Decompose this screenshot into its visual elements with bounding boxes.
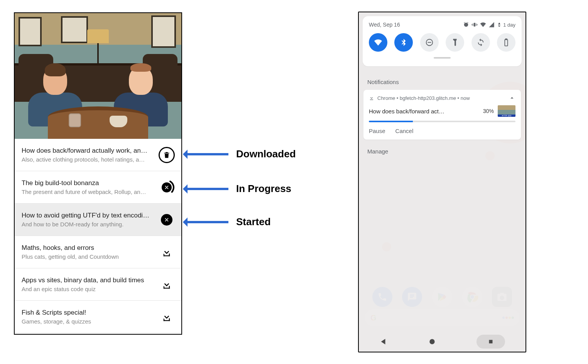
qs-bluetooth-toggle[interactable] — [394, 33, 413, 52]
nav-recents-button[interactable] — [476, 335, 505, 349]
episode-row[interactable]: How does back/forward actually work, an…… — [15, 139, 181, 171]
episode-action — [158, 214, 175, 226]
annotation-downloaded: Downloaded — [184, 148, 296, 160]
notifications-heading: Notifications — [359, 76, 525, 90]
download-button[interactable] — [161, 312, 172, 322]
notification-title: How does back/forward act… — [369, 108, 479, 115]
annotation-in-progress: In Progress — [184, 183, 291, 195]
notification-shade: Notifications Chrome • bgfetch-http203.g… — [359, 71, 525, 332]
wall-frame — [151, 15, 176, 48]
close-icon — [164, 217, 169, 222]
glass — [69, 113, 81, 127]
annotation-label: Started — [236, 216, 271, 228]
mug — [110, 116, 127, 127]
qs-wifi-toggle[interactable] — [369, 33, 387, 52]
delete-download-button[interactable] — [159, 147, 175, 163]
download-button[interactable] — [161, 247, 172, 258]
episode-subtitle: Also, active clothing protocols, hotel r… — [22, 156, 154, 163]
download-icon — [369, 95, 374, 101]
cancel-progress-button[interactable] — [159, 179, 175, 195]
annotation-label: Downloaded — [236, 148, 296, 160]
episode-subtitle: Games, storage, & quizzes — [22, 318, 154, 325]
episode-title: Apps vs sites, binary data, and build ti… — [22, 276, 154, 284]
episode-row[interactable]: Maths, hooks, and errors Plus cats, gett… — [15, 236, 181, 268]
wifi-icon — [480, 22, 486, 28]
episode-action — [158, 147, 175, 163]
signal-icon — [488, 22, 495, 28]
episode-title: Maths, hooks, and errors — [22, 244, 154, 252]
notification-card[interactable]: Chrome • bgfetch-http203.glitch.me • now… — [363, 90, 521, 140]
svg-rect-7 — [505, 39, 507, 40]
episode-subtitle: The present and future of webpack, Rollu… — [22, 189, 154, 195]
arrow-icon — [184, 188, 228, 190]
battery-icon — [497, 22, 502, 28]
cancel-start-button[interactable] — [161, 214, 172, 226]
episode-subtitle: Plus cats, getting old, and Countdown — [22, 253, 154, 260]
battery-status: 1 day — [497, 22, 515, 28]
annotation-label: In Progress — [236, 183, 291, 195]
notification-source: Chrome • bgfetch-http203.glitch.me • now — [377, 95, 470, 101]
quick-settings-panel: Wed, Sep 16 1 day — [363, 16, 522, 66]
close-icon — [162, 182, 172, 192]
arrow-icon — [184, 153, 228, 155]
episode-list: How does back/forward actually work, an…… — [15, 139, 181, 333]
episode-action — [158, 179, 175, 195]
manage-button[interactable]: Manage — [359, 140, 525, 155]
qs-toggles — [369, 33, 515, 52]
vibrate-icon — [471, 22, 478, 28]
episode-title: How to avoid getting UTF'd by text encod… — [22, 212, 154, 219]
episode-row[interactable]: Apps vs sites, binary data, and build ti… — [15, 268, 181, 301]
wall-frame — [61, 16, 88, 43]
episode-row[interactable]: How to avoid getting UTF'd by text encod… — [15, 204, 181, 236]
status-date: Wed, Sep 16 — [369, 22, 400, 28]
episode-subtitle: And how to be DOM-ready for anything. — [22, 221, 154, 228]
wall-frame — [19, 17, 42, 46]
lamp — [87, 29, 109, 43]
episode-row[interactable]: Fish & Scripts special! Games, storage, … — [15, 301, 181, 333]
battery-label: 1 day — [503, 22, 515, 28]
annotation-started: Started — [184, 216, 271, 228]
notification-header: Chrome • bgfetch-http203.glitch.me • now — [369, 94, 515, 101]
svg-point-8 — [429, 339, 434, 344]
episode-action — [158, 312, 175, 322]
episode-action — [158, 279, 175, 290]
table — [48, 106, 148, 139]
episode-title: How does back/forward actually work, an… — [22, 147, 154, 155]
episode-action — [158, 247, 175, 258]
episode-title: Fish & Scripts special! — [22, 309, 154, 317]
status-bar: Wed, Sep 16 1 day — [369, 22, 515, 28]
alarm-icon — [463, 22, 469, 28]
notification-pause-button[interactable]: Pause — [369, 128, 385, 134]
episode-subtitle: And an epic status code quiz — [22, 286, 154, 292]
trash-icon — [163, 151, 171, 159]
svg-rect-6 — [505, 40, 507, 46]
arrow-icon — [184, 221, 228, 223]
android-device: G Wed, Sep 16 1 day — [358, 12, 526, 352]
episode-title: The big build-tool bonanza — [22, 179, 154, 187]
nav-back-button[interactable] — [379, 337, 388, 346]
hero-image — [15, 13, 181, 139]
nav-home-button[interactable] — [428, 338, 436, 345]
svg-rect-9 — [489, 340, 493, 344]
qs-autorotate-toggle[interactable] — [471, 33, 490, 52]
qs-battery-saver-toggle[interactable] — [497, 33, 515, 52]
notification-percent: 30% — [483, 108, 494, 114]
download-button[interactable] — [161, 279, 172, 290]
qs-dnd-toggle[interactable] — [420, 33, 439, 52]
notification-cancel-button[interactable]: Cancel — [395, 128, 414, 134]
qs-flashlight-toggle[interactable] — [446, 33, 464, 52]
notification-thumbnail — [498, 105, 515, 117]
app-podcast-panel: How does back/forward actually work, an…… — [14, 12, 182, 335]
notification-progress-bar — [369, 121, 515, 122]
chevron-up-icon[interactable] — [509, 94, 515, 101]
episode-row[interactable]: The big build-tool bonanza The present a… — [15, 171, 181, 204]
svg-rect-5 — [427, 42, 431, 43]
qs-drag-handle[interactable] — [434, 57, 451, 59]
system-navbar — [359, 332, 525, 352]
